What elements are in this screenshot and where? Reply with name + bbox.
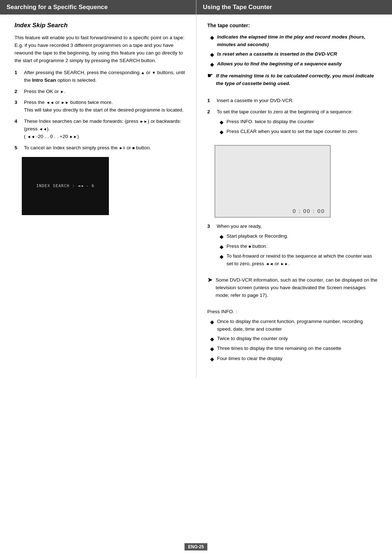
note-arrow-icon: ☛	[207, 72, 213, 80]
note-text: If the remaining time is to be calculate…	[216, 72, 377, 88]
press-info-bullet-1-text: Once to display the current function, pr…	[217, 318, 377, 333]
press-info-bullet-2: ◆ Twice to display the counter only	[210, 335, 377, 343]
press-info-bullet-2-text: Twice to display the counter only	[217, 335, 288, 343]
step-content-3: Press the or buttons twice more.This wil…	[24, 99, 185, 114]
tape-bullet-3: ◆ Allows you to find the beginning of a …	[210, 60, 377, 69]
left-steps-list: 1 After pressing the SEARCH, press the c…	[15, 69, 185, 152]
step-num-3: 3	[15, 99, 22, 106]
step-num-1: 1	[15, 69, 22, 77]
step-content-5: To cancel an Index search simply press t…	[24, 144, 185, 152]
counter-screen-mockup: 0 : 00 : 00	[215, 145, 331, 218]
note-box: ☛ If the remaining time is to be calcula…	[207, 72, 377, 92]
right-step-2: 2 To set the tape counter to zero at the…	[207, 108, 377, 140]
arrow-left2-icon	[46, 100, 54, 105]
press-info-bullet-4: ◆ Four times to clear the display	[210, 355, 377, 363]
step2-sub-bullet-1-text: Press INFO. twice to display the counter	[226, 118, 314, 126]
step2-sub-bullet-2: ◆ Press CLEAR when you want to set the t…	[220, 128, 377, 136]
step3-sub-bullet-2-text: Press the button.	[226, 243, 267, 250]
right-step-1: 1 Insert a cassette in your DVD-VCR.	[207, 97, 377, 105]
diamond-icon-2: ◆	[210, 51, 214, 59]
press-info-bullets: ◆ Once to display the current function, …	[210, 318, 377, 363]
arrow-right2-icon-c	[69, 134, 77, 139]
subsection-title: Index Skip Search	[15, 22, 185, 29]
press-info-diamond-1: ◆	[210, 318, 214, 326]
right-header-cell: Using the Tape Counter	[196, 0, 392, 22]
step3-sub-bullet-2: ◆ Press the button.	[220, 243, 377, 251]
step3-sub-bullets: ◆ Start playback or Recording. ◆ Press t…	[220, 233, 377, 268]
tape-counter-bullets: ◆ Indicates the elapsed time in the play…	[210, 33, 377, 69]
press-info-bullet-4-text: Four times to clear the display	[217, 355, 282, 363]
step2-sub-bullet-2-text: Press CLEAR when you want to set the tap…	[226, 128, 357, 136]
press-info-bullet-3: ◆ Three times to display the time remain…	[210, 345, 377, 353]
arrow-right2-icon-d	[281, 261, 289, 266]
info-note-box: ➤ Some DVD-VCR information, such as the …	[207, 277, 377, 304]
step3-sub-bullet-3: ◆ To fast-froward or rewind to the seque…	[220, 253, 377, 268]
step2-diamond-2: ◆	[220, 128, 224, 136]
press-info-diamond-4: ◆	[210, 355, 214, 363]
content-columns: Index Skip Search This feature will enab…	[0, 22, 392, 378]
press-info-bullet-3-text: Three times to display the time remainin…	[217, 345, 341, 352]
screen-counter-value: 0 : 00 : 00	[287, 205, 330, 217]
right-step-content-2: To set the tape counter to zero at the b…	[217, 108, 377, 140]
left-step-4: 4 These Index searches can be made forwa…	[15, 118, 185, 141]
left-step-5: 5 To cancel an Index search simply press…	[15, 144, 185, 152]
tape-bullet-1: ◆ Indicates the elapsed time in the play…	[210, 33, 377, 49]
play-pause-icon	[119, 145, 125, 150]
header-row: Searching for a Specific Sequence Using …	[0, 0, 392, 22]
stop-icon-2	[249, 243, 251, 249]
right-step-num-3: 3	[207, 223, 215, 230]
step-content-1: After pressing the SEARCH, press the cor…	[24, 69, 185, 84]
diamond-icon-3: ◆	[210, 61, 214, 69]
tape-bullet-2: ◆ Is reset when a cassette is inserted i…	[210, 51, 377, 59]
info-note-text: Some DVD-VCR information, such as the co…	[216, 277, 377, 299]
right-step-3: 3 When you are ready, ◆ Start playback o…	[207, 223, 377, 271]
press-info-diamond-3: ◆	[210, 345, 214, 353]
step3-sub-bullet-3-text: To fast-froward or rewind to the sequenc…	[226, 253, 377, 268]
step-num-5: 5	[15, 144, 22, 152]
step2-sub-bullet-1: ◆ Press INFO. twice to display the count…	[220, 118, 377, 126]
press-info-bullet-1: ◆ Once to display the current function, …	[210, 318, 377, 333]
diamond-icon-1: ◆	[210, 34, 214, 42]
step3-diamond-2: ◆	[220, 243, 224, 251]
tape-bullet-1-text: Indicates the elapsed time in the play a…	[217, 33, 377, 49]
step2-diamond-1: ◆	[220, 118, 224, 126]
right-steps-list: 1 Insert a cassette in your DVD-VCR. 2 T…	[207, 97, 377, 140]
arrow-right-icon	[60, 89, 64, 94]
left-step-2: 2 Press the OK or .	[15, 88, 185, 96]
right-step-content-1: Insert a cassette in your DVD-VCR.	[217, 97, 377, 105]
right-step3-list: 3 When you are ready, ◆ Start playback o…	[207, 223, 377, 271]
left-header-cell: Searching for a Specific Sequence	[0, 0, 196, 22]
arrow-left2-icon-b	[39, 126, 47, 132]
step3-sub-bullet-1: ◆ Start playback or Recording.	[220, 233, 377, 241]
step2-sub-bullets: ◆ Press INFO. twice to display the count…	[220, 118, 377, 136]
step-content-4: These Index searches can be made forward…	[24, 118, 185, 141]
step-num-4: 4	[15, 118, 22, 125]
left-section-header: Searching for a Specific Sequence	[0, 0, 196, 15]
page: Searching for a Specific Sequence Using …	[0, 0, 392, 557]
tape-bullet-3-text: Allows you to find the beginning of a se…	[217, 60, 342, 68]
arrow-down-icon	[152, 70, 156, 75]
intro-paragraph: This feature will enable you to fast for…	[15, 34, 185, 65]
arrow-up-icon	[141, 70, 145, 75]
page-number: ENG-25	[184, 543, 207, 550]
step-content-2: Press the OK or .	[24, 88, 185, 96]
right-step-num-2: 2	[207, 108, 215, 116]
step3-diamond-3: ◆	[220, 253, 224, 261]
tape-bullet-2-text: Is reset when a cassette is inserted in …	[217, 51, 337, 58]
step3-diamond-1: ◆	[220, 233, 224, 241]
right-section-header: Using the Tape Counter	[196, 0, 392, 15]
left-step-1: 1 After pressing the SEARCH, press the c…	[15, 69, 185, 84]
step-num-2: 2	[15, 88, 22, 96]
info-note-arrow-icon: ➤	[207, 276, 213, 284]
right-step-num-1: 1	[207, 97, 215, 105]
left-column: Index Skip Search This feature will enab…	[0, 22, 196, 378]
arrow-right2-icon-b	[140, 118, 148, 124]
right-step-content-3: When you are ready, ◆ Start playback or …	[217, 223, 377, 271]
arrow-left2-icon-c	[27, 134, 35, 139]
arrow-right2-icon	[61, 100, 69, 105]
left-step-3: 3 Press the or buttons twice more.This w…	[15, 99, 185, 114]
step3-sub-bullet-1-text: Start playback or Recording.	[226, 233, 288, 240]
arrow-left2-icon-d	[265, 261, 273, 266]
index-screen-text: INDEX SEARCH : ◄◄ - 6	[36, 183, 94, 188]
press-info-diamond-2: ◆	[210, 335, 214, 343]
